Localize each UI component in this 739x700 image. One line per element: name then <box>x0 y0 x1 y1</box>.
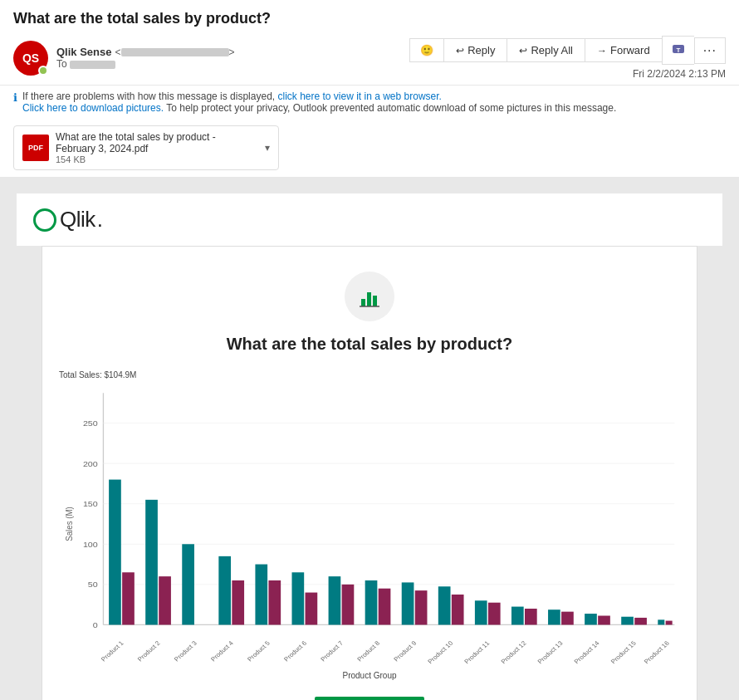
date-stamp: Fri 2/2/2024 2:13 PM <box>633 68 726 80</box>
svg-rect-42 <box>525 609 537 624</box>
forward-button[interactable]: → Forward <box>585 38 662 62</box>
forward-icon: → <box>597 45 607 56</box>
svg-text:Product 2: Product 2 <box>136 639 162 663</box>
reply-all-label: Reply All <box>531 44 573 56</box>
svg-rect-24 <box>182 544 194 624</box>
view-in-app-button[interactable]: View in app <box>315 697 425 700</box>
qlik-logo-text: Qlik <box>60 207 95 233</box>
svg-rect-20 <box>109 480 121 625</box>
qlik-q-circle <box>33 208 56 232</box>
svg-rect-3 <box>367 292 371 306</box>
svg-text:T: T <box>676 47 680 54</box>
info-icon: ℹ <box>13 91 17 104</box>
pdf-icon: PDF <box>22 135 49 161</box>
svg-rect-27 <box>255 565 267 625</box>
svg-text:50: 50 <box>88 580 98 589</box>
svg-rect-47 <box>621 617 634 625</box>
sender-details: Qlik Sense < > To <box>56 46 235 70</box>
reply-button[interactable]: ↩ Reply <box>443 38 507 62</box>
svg-rect-29 <box>292 572 305 624</box>
svg-rect-46 <box>598 616 610 625</box>
avatar: QS <box>13 41 48 76</box>
svg-rect-33 <box>365 580 378 624</box>
svg-text:Product 6: Product 6 <box>282 639 308 663</box>
avatar-status <box>38 66 48 76</box>
svg-rect-48 <box>634 618 647 625</box>
svg-rect-39 <box>475 600 487 624</box>
svg-rect-36 <box>415 590 428 624</box>
teams-icon: T <box>671 42 686 59</box>
emoji-button[interactable]: 🙂 <box>409 38 443 62</box>
svg-text:Product 9: Product 9 <box>392 639 418 663</box>
svg-rect-35 <box>402 582 414 624</box>
attachment-name: What are the total sales by product - Fe… <box>56 131 258 154</box>
attachment-item[interactable]: PDF What are the total sales by product … <box>13 125 279 170</box>
email-meta-row: QS Qlik Sense < > To <box>13 36 726 80</box>
sender-name-row: Qlik Sense < > <box>56 46 235 58</box>
svg-rect-21 <box>122 572 135 624</box>
emoji-icon: 🙂 <box>420 44 433 56</box>
info-bar: ℹ If there are problems with how this me… <box>0 85 739 119</box>
svg-rect-26 <box>232 580 244 624</box>
chart-question-title: What are the total sales by product? <box>227 335 513 354</box>
svg-rect-45 <box>585 614 597 624</box>
svg-rect-49 <box>658 619 664 624</box>
to-line: To <box>56 58 235 70</box>
action-buttons: 🙂 ↩ Reply ↩ Reply All → Forw <box>409 36 726 65</box>
svg-rect-2 <box>361 299 365 306</box>
email-body: Qlik . What are the total sales by produ <box>0 177 739 700</box>
svg-rect-31 <box>329 576 341 624</box>
svg-rect-34 <box>379 589 391 625</box>
reply-all-icon: ↩ <box>519 45 527 56</box>
svg-rect-32 <box>342 585 355 625</box>
attachment-bar: PDF What are the total sales by product … <box>0 119 739 177</box>
svg-rect-4 <box>373 296 377 306</box>
more-button[interactable]: ··· <box>694 37 726 64</box>
bar-chart-svg: 0 50 100 150 200 250 Sales (M) <box>59 383 680 665</box>
reply-icon: ↩ <box>456 45 464 56</box>
svg-text:Product 14: Product 14 <box>573 639 602 665</box>
svg-rect-41 <box>511 607 524 625</box>
svg-rect-30 <box>306 593 318 625</box>
svg-text:Product 12: Product 12 <box>500 639 528 665</box>
svg-rect-37 <box>438 586 451 624</box>
svg-text:Product 8: Product 8 <box>355 639 381 663</box>
svg-rect-50 <box>666 621 673 625</box>
email-header: What are the total sales by product? QS … <box>0 0 739 85</box>
svg-text:0: 0 <box>93 621 98 629</box>
svg-text:Product 11: Product 11 <box>462 639 491 665</box>
view-in-browser-link[interactable]: click here to view it in a web browser. <box>277 91 441 102</box>
svg-rect-38 <box>452 595 464 624</box>
sender-info: QS Qlik Sense < > To <box>13 41 235 76</box>
qlik-logo: Qlik . <box>33 207 706 233</box>
qlik-content-card: What are the total sales by product? Tot… <box>42 246 697 700</box>
sender-email-display: < > <box>115 47 234 58</box>
chart-total-label: Total Sales: $104.9M <box>59 370 680 379</box>
download-pictures-link[interactable]: Click here to download pictures. <box>22 102 164 114</box>
view-btn-area: View in app <box>315 697 425 700</box>
chart-area: Total Sales: $104.9M <box>59 370 680 680</box>
svg-rect-43 <box>548 609 560 624</box>
email-container: What are the total sales by product? QS … <box>0 0 739 700</box>
svg-text:Product 5: Product 5 <box>246 639 272 663</box>
qlik-email-content: Qlik . What are the total sales by produ <box>0 177 739 700</box>
svg-text:150: 150 <box>83 500 98 508</box>
svg-text:200: 200 <box>83 459 98 467</box>
attachment-size: 154 KB <box>56 154 258 164</box>
svg-text:250: 250 <box>83 419 98 428</box>
teams-button[interactable]: T <box>662 36 694 65</box>
svg-text:Sales (M): Sales (M) <box>65 507 75 541</box>
svg-rect-44 <box>561 612 574 625</box>
svg-text:Product 10: Product 10 <box>426 639 454 665</box>
forward-label: Forward <box>610 44 650 56</box>
sender-name: Qlik Sense <box>56 46 111 58</box>
svg-text:Product 15: Product 15 <box>609 639 638 665</box>
chart-x-label: Product Group <box>59 671 680 680</box>
svg-rect-23 <box>159 576 171 624</box>
svg-text:100: 100 <box>83 540 98 548</box>
svg-rect-40 <box>488 603 501 625</box>
email-subject: What are the total sales by product? <box>13 10 726 27</box>
reply-all-button[interactable]: ↩ Reply All <box>507 38 585 62</box>
more-icon: ··· <box>703 43 717 58</box>
info-text: If there are problems with how this mess… <box>22 91 616 114</box>
